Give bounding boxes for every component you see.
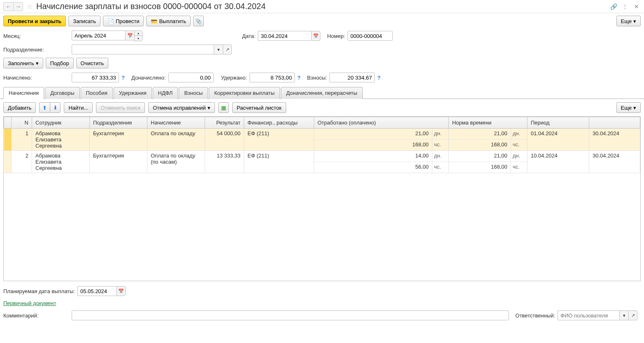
- cell-employee: Абрамова Елизавета Сергеевна: [32, 129, 90, 151]
- add-row-button[interactable]: Добавить: [3, 102, 36, 113]
- month-input[interactable]: [72, 31, 125, 40]
- col-norm[interactable]: Норма времени: [448, 117, 527, 129]
- col-period[interactable]: Период: [527, 117, 589, 129]
- planned-date-label: Планируемая дата выплаты:: [3, 288, 75, 294]
- col-financing[interactable]: Финансир., расходы: [244, 117, 314, 129]
- find-button[interactable]: Найти...: [64, 102, 93, 113]
- cell-norm-days: 21,00: [448, 129, 511, 140]
- close-icon[interactable]: ✕: [632, 2, 641, 11]
- cell-accrual: Оплата по окладу: [147, 129, 205, 151]
- chevron-down-icon: ▾: [36, 60, 39, 66]
- cell-worked-days: 14,00: [314, 151, 432, 162]
- cell-worked-days: 21,00: [314, 129, 432, 140]
- table-more-button[interactable]: Еще ▾: [616, 102, 641, 113]
- department-input[interactable]: [72, 45, 214, 54]
- responsible-dropdown-button[interactable]: ▾: [619, 310, 628, 320]
- tab-contracts[interactable]: Договоры: [45, 87, 79, 99]
- payslip-button[interactable]: Расчетный листок: [232, 102, 286, 113]
- withheld-value[interactable]: [250, 73, 295, 82]
- cell-period-to: 30.04.2024: [589, 129, 640, 151]
- pay-button[interactable]: 💳Выплатить: [146, 16, 191, 26]
- col-result[interactable]: Результат: [205, 117, 244, 129]
- help-icon[interactable]: ?: [121, 75, 125, 81]
- more-menu-icon[interactable]: ⋮: [621, 2, 629, 11]
- cell-worked-hours-unit: чс.: [432, 162, 448, 173]
- nav-back-button[interactable]: ←: [3, 2, 13, 11]
- arrow-up-icon: ⬆: [42, 105, 47, 111]
- month-up-button[interactable]: ▲: [135, 31, 142, 36]
- calendar-icon: 📅: [127, 33, 133, 38]
- cell-result: 13 333,33: [205, 151, 244, 173]
- help-icon[interactable]: ?: [297, 75, 301, 81]
- date-calendar-button[interactable]: 📅: [311, 31, 320, 41]
- table-row[interactable]: 2 Абрамова Елизавета Сергеевна Бухгалтер…: [4, 151, 640, 162]
- nav-forward-button[interactable]: →: [13, 2, 23, 11]
- tab-accruals[interactable]: Начисления: [3, 87, 44, 99]
- col-employee[interactable]: Сотрудник: [32, 117, 90, 129]
- move-down-button[interactable]: ⬇: [50, 102, 61, 113]
- table-icon: ▦: [221, 105, 226, 111]
- post-and-close-button[interactable]: Провести и закрыть: [3, 16, 66, 26]
- chevron-down-icon: ▾: [208, 105, 210, 111]
- select-employees-button[interactable]: Подбор: [46, 58, 74, 68]
- attach-button[interactable]: 📎: [193, 16, 204, 26]
- tab-ndfl[interactable]: НДФЛ: [153, 87, 178, 99]
- fill-button[interactable]: Заполнить ▾: [3, 58, 43, 68]
- accrued-value[interactable]: [72, 73, 119, 82]
- date-label: Дата:: [242, 33, 255, 39]
- col-accrual[interactable]: Начисление: [147, 117, 205, 129]
- chevron-down-icon: ▾: [633, 18, 636, 24]
- cell-norm-hours-unit: чс.: [511, 140, 527, 151]
- planned-date-calendar-button[interactable]: 📅: [117, 286, 126, 296]
- tab-benefits[interactable]: Пособия: [81, 87, 113, 99]
- cell-financing: ЕФ (211): [244, 129, 314, 151]
- cell-worked-hours-unit: чс.: [432, 140, 448, 151]
- date-input[interactable]: [258, 31, 311, 41]
- table-row[interactable]: 1 Абрамова Елизавета Сергеевна Бухгалтер…: [4, 129, 640, 140]
- save-button[interactable]: Записать: [68, 16, 100, 26]
- col-n[interactable]: N: [12, 117, 32, 129]
- arrow-down-icon: ⬇: [53, 105, 58, 111]
- additional-value[interactable]: [168, 73, 214, 82]
- col-department[interactable]: Подразделение: [90, 117, 147, 129]
- number-input[interactable]: [348, 31, 393, 41]
- clear-button[interactable]: Очистить: [76, 58, 109, 68]
- cancel-corrections-button[interactable]: Отмена исправлений ▾: [148, 102, 215, 113]
- link-icon[interactable]: 🔗: [609, 2, 618, 11]
- col-period-to[interactable]: [589, 117, 640, 129]
- col-worked[interactable]: Отработано (оплачено): [314, 117, 449, 129]
- responsible-input[interactable]: [558, 310, 619, 320]
- table-settings-button[interactable]: ▦: [218, 102, 229, 113]
- department-dropdown-button[interactable]: ▾: [214, 45, 223, 54]
- post-button[interactable]: 📄Провести: [103, 16, 144, 26]
- month-label: Месяц:: [3, 33, 69, 39]
- cell-norm-hours: 168,00: [448, 162, 511, 173]
- move-up-button[interactable]: ⬆: [39, 102, 50, 113]
- row-marker: [4, 129, 12, 151]
- cell-norm-days-unit: дн.: [511, 151, 527, 162]
- cell-period-from: 01.04.2024: [527, 129, 589, 151]
- cell-accrual: Оплата по окладу (по часам): [147, 151, 205, 173]
- month-calendar-button[interactable]: 📅: [125, 31, 134, 40]
- favorite-star-icon[interactable]: ☆: [26, 2, 33, 11]
- help-icon[interactable]: ?: [377, 75, 380, 81]
- planned-date-input[interactable]: [77, 286, 117, 296]
- contributions-value[interactable]: [329, 73, 375, 82]
- accrued-label: Начислено:: [3, 75, 69, 81]
- tab-contributions[interactable]: Взносы: [179, 87, 208, 99]
- calendar-icon: 📅: [118, 289, 124, 294]
- accruals-table: N Сотрудник Подразделение Начисление Рез…: [4, 117, 640, 173]
- month-down-button[interactable]: ▼: [135, 36, 142, 41]
- cell-period-to: 30.04.2024: [589, 151, 640, 173]
- tab-recalc[interactable]: Доначисления, перерасчеты: [281, 87, 363, 99]
- tab-deductions[interactable]: Удержания: [114, 87, 152, 99]
- responsible-open-button[interactable]: ↗: [628, 310, 637, 320]
- page-title: Начисление зарплаты и взносов 0000-00000…: [36, 2, 609, 11]
- cancel-find-button[interactable]: Отменить поиск: [96, 102, 145, 113]
- tab-corrections[interactable]: Корректировки выплаты: [209, 87, 280, 99]
- primary-document-link[interactable]: Первичный документ: [3, 300, 56, 306]
- department-open-button[interactable]: ↗: [223, 45, 232, 54]
- withheld-label: Удержано:: [221, 75, 247, 81]
- more-button[interactable]: Еще ▾: [616, 16, 641, 26]
- comment-input[interactable]: [72, 310, 509, 320]
